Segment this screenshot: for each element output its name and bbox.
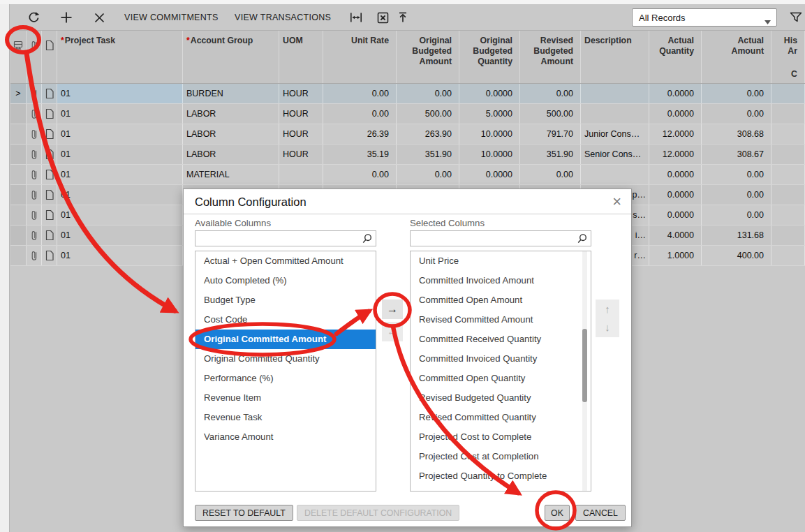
table-row[interactable]: 01 MATERIAL 0.00 0.00 0.0000 0.00 0.0000… [10,165,805,185]
cell-clipped[interactable] [771,84,805,103]
list-item[interactable]: Budget Type [195,290,376,310]
attachment-icon[interactable] [27,145,42,164]
list-item[interactable]: Revenue Item [195,388,376,408]
list-item[interactable]: Actual + Open Committed Amount [195,251,376,271]
move-right-button[interactable]: → [382,300,403,319]
selected-list-scrollbar[interactable] [582,251,587,491]
cell-clipped[interactable] [771,185,805,205]
row-indicator[interactable] [10,124,27,144]
view-transactions-button[interactable]: VIEW TRANSACTIONS [235,4,331,31]
attachment-icon[interactable] [27,246,42,265]
cell-actual-amount[interactable]: 131.68 [702,226,771,245]
selected-search-input[interactable] [411,231,591,246]
note-icon[interactable] [42,84,57,103]
fit-width-icon[interactable] [344,4,368,31]
cell-original-budgeted-amount[interactable]: 500.00 [397,104,459,124]
list-item[interactable]: Performance (%) [195,369,376,388]
list-item[interactable]: Committed Invoiced Quantity [411,349,591,369]
cell-description[interactable] [581,165,649,184]
note-icon[interactable] [42,145,57,164]
list-item[interactable]: Committed Received Quantity [411,330,591,349]
cell-actual-amount[interactable]: 0.00 [702,165,771,184]
cell-revised-budgeted-amount[interactable]: 0.00 [520,165,581,184]
cell-uom[interactable] [279,165,323,184]
cell-original-budgeted-quantity[interactable]: 5.0000 [459,104,520,124]
list-item[interactable]: Committed Invoiced Amount [411,271,591,290]
cell-unit-rate[interactable]: 0.00 [323,165,397,184]
export-excel-icon[interactable] [371,4,394,31]
cell-clipped[interactable] [771,124,805,144]
cell-actual-quantity[interactable]: 0.0000 [649,165,702,184]
column-header-account-group[interactable]: *Account Group [183,31,279,83]
scrollbar-thumb[interactable] [582,329,587,402]
cell-revised-budgeted-amount[interactable]: 0.00 [520,84,581,103]
list-item[interactable]: Variance Amount [195,427,376,447]
delete-row-icon[interactable] [87,4,111,31]
cell-project-task[interactable]: 01 [57,104,183,124]
cell-clipped[interactable] [771,165,805,184]
row-indicator[interactable] [10,246,27,265]
list-item[interactable]: Revised Committed Amount [411,310,591,330]
cell-clipped[interactable] [771,246,805,265]
list-item[interactable]: Revised Budgeted Quantity [411,388,591,408]
list-item[interactable]: Committed Open Quantity [411,369,591,388]
list-item[interactable]: Cost Code [195,310,376,330]
close-icon[interactable]: × [612,193,621,211]
note-icon[interactable] [42,104,57,124]
reset-to-default-button[interactable]: RESET TO DEFAULT [195,505,293,521]
cell-actual-amount[interactable]: 0.00 [702,84,771,103]
cell-actual-quantity[interactable]: 0.0000 [649,185,702,205]
row-indicator[interactable] [10,145,27,164]
column-configuration-icon[interactable] [10,31,27,83]
cell-uom[interactable]: HOUR [279,145,323,164]
cell-clipped[interactable] [771,205,805,225]
cell-revised-budgeted-amount[interactable]: 500.00 [520,104,581,124]
cell-original-budgeted-amount[interactable]: 351.90 [397,145,459,164]
list-item[interactable]: Committed Open Amount [411,290,591,310]
row-indicator[interactable] [10,226,27,245]
cell-actual-amount[interactable]: 400.00 [702,246,771,265]
cell-actual-amount[interactable]: 0.00 [702,205,771,225]
list-item[interactable]: Revenue Task [195,408,376,427]
row-indicator[interactable] [10,165,27,184]
column-header-uom[interactable]: UOM [279,31,323,83]
view-commitments-button[interactable]: VIEW COMMITMENTS [124,4,219,31]
list-item[interactable]: Projected Quantity to Complete [411,466,591,486]
attachment-icon[interactable] [27,84,42,103]
cell-unit-rate[interactable]: 0.00 [323,84,397,103]
column-header-actual-quantity[interactable]: Actual Quantity [649,31,702,83]
list-item[interactable]: Projected Cost at Completion [411,447,591,466]
move-down-icon[interactable]: ↓ [605,319,610,336]
column-header-actual-amount[interactable]: Actual Amount [702,31,771,83]
cell-project-task[interactable]: 01 [57,165,183,184]
list-item[interactable]: Unit Price [411,251,591,271]
cell-actual-amount[interactable]: 308.67 [702,145,771,164]
cell-revised-budgeted-amount[interactable]: 351.90 [520,145,581,164]
column-header-clipped[interactable]: His ArC [771,31,805,83]
cell-original-budgeted-quantity[interactable]: 10.0000 [459,124,520,144]
attachment-icon[interactable] [27,104,42,124]
column-header-original-budgeted-quantity[interactable]: Original Budgeted Quantity [459,31,520,83]
cell-unit-rate[interactable]: 0.00 [323,104,397,124]
cell-account-group[interactable]: BURDEN [183,84,279,103]
note-icon[interactable] [42,185,57,205]
list-item[interactable]: Revised Committed Quantity [411,408,591,427]
list-item[interactable]: Original Committed Quantity [195,349,376,369]
cell-uom[interactable]: HOUR [279,104,323,124]
column-header-description[interactable]: Description [581,31,649,83]
cell-description[interactable] [581,84,649,103]
list-item[interactable]: Projected Cost to Complete [411,427,591,447]
note-icon[interactable] [42,226,57,245]
cell-project-task[interactable]: 01 [57,145,183,164]
cell-clipped[interactable] [771,104,805,124]
filter-icon[interactable] [784,4,805,31]
note-icon[interactable] [42,246,57,265]
cell-uom[interactable]: HOUR [279,84,323,103]
cell-account-group[interactable]: LABOR [183,104,279,124]
cell-original-budgeted-quantity[interactable]: 0.0000 [459,165,520,184]
cell-actual-quantity[interactable]: 0.0000 [649,104,702,124]
list-item[interactable]: Auto Completed (%) [195,271,376,290]
cell-account-group[interactable]: MATERIAL [183,165,279,184]
row-indicator[interactable] [10,185,27,205]
export-upload-icon[interactable] [392,4,414,31]
